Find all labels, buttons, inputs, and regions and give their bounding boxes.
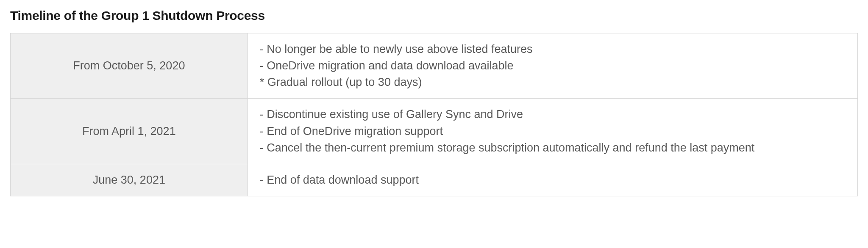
page-title: Timeline of the Group 1 Shutdown Process xyxy=(10,8,858,23)
table-row: June 30, 2021 - End of data download sup… xyxy=(11,164,858,196)
desc-cell: - No longer be able to newly use above l… xyxy=(248,33,857,99)
date-cell: June 30, 2021 xyxy=(11,164,248,196)
date-cell: From April 1, 2021 xyxy=(11,99,248,164)
timeline-table: From October 5, 2020 - No longer be able… xyxy=(10,33,858,196)
desc-cell: - Discontinue existing use of Gallery Sy… xyxy=(248,99,857,164)
table-row: From April 1, 2021 - Discontinue existin… xyxy=(11,99,858,164)
date-cell: From October 5, 2020 xyxy=(11,33,248,99)
table-row: From October 5, 2020 - No longer be able… xyxy=(11,33,858,99)
desc-cell: - End of data download support xyxy=(248,164,857,196)
